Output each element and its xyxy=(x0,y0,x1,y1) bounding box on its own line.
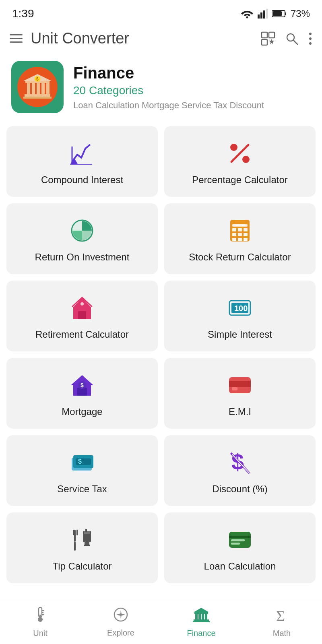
widget-icon[interactable] xyxy=(261,31,275,46)
svg-point-89 xyxy=(120,614,122,615)
svg-rect-78 xyxy=(231,539,245,541)
tip-calculator-label: Tip Calculator xyxy=(52,561,111,572)
service-tax-label: Service Tax xyxy=(57,483,107,495)
svg-rect-42 xyxy=(244,233,248,236)
finance-header: $ Finance 20 Categories Loan Calculation… xyxy=(0,53,322,123)
compound-interest-item[interactable]: Compound Interest xyxy=(6,126,158,197)
status-bar: 1:39 73% xyxy=(0,0,322,24)
svg-rect-93 xyxy=(198,614,201,619)
svg-point-31 xyxy=(230,144,237,151)
svg-rect-70 xyxy=(74,542,76,551)
mortgage-icon: $ xyxy=(70,372,94,398)
tip-calculator-icon xyxy=(71,527,93,553)
svg-point-32 xyxy=(242,156,250,163)
signal-icon xyxy=(258,9,268,19)
svg-rect-21 xyxy=(37,83,40,94)
svg-line-13 xyxy=(293,40,297,44)
svg-rect-24 xyxy=(25,94,50,97)
nav-finance[interactable]: Finance xyxy=(161,607,242,638)
svg-rect-91 xyxy=(194,612,208,614)
hamburger-button[interactable] xyxy=(10,34,23,43)
sigma-icon: Σ xyxy=(275,607,289,626)
simple-interest-label: Simple Interest xyxy=(208,329,272,340)
svg-point-0 xyxy=(246,17,248,19)
nav-explore[interactable]: Explore xyxy=(80,607,161,638)
finance-logo-inner: $ xyxy=(17,67,58,107)
svg-rect-97 xyxy=(193,621,210,622)
stock-return-label: Stock Return Calculator xyxy=(189,252,291,263)
mortgage-item[interactable]: $ Mortgage xyxy=(6,358,158,429)
finance-title: Finance xyxy=(73,64,311,82)
loan-calculation-label: Loan Calculation xyxy=(204,561,276,572)
svg-point-15 xyxy=(309,37,312,40)
tip-calculator-item[interactable]: Tip Calculator xyxy=(6,512,158,583)
svg-text:$: $ xyxy=(80,382,84,388)
svg-text:$: $ xyxy=(36,77,39,81)
svg-rect-19 xyxy=(27,83,30,94)
svg-text:100: 100 xyxy=(234,304,248,313)
finance-tags: Loan Calculation Mortgage Service Tax Di… xyxy=(73,99,311,112)
svg-rect-38 xyxy=(238,228,242,231)
svg-rect-22 xyxy=(41,83,45,94)
svg-rect-25 xyxy=(23,97,52,99)
more-options-icon[interactable] xyxy=(308,32,312,45)
retirement-calculator-item[interactable]: Retirement Calculator xyxy=(6,281,158,351)
svg-rect-85 xyxy=(39,615,41,620)
emi-icon xyxy=(228,372,252,398)
svg-rect-96 xyxy=(194,619,209,621)
svg-rect-58 xyxy=(229,381,251,387)
mortgage-label: Mortgage xyxy=(62,406,102,417)
svg-rect-7 xyxy=(273,11,282,16)
svg-rect-3 xyxy=(263,10,265,19)
svg-point-16 xyxy=(309,42,312,45)
retirement-label: Retirement Calculator xyxy=(35,329,129,340)
search-icon[interactable] xyxy=(285,32,299,45)
app-bar-title: Unit Converter xyxy=(31,30,253,47)
status-icons: 73% xyxy=(241,8,310,19)
battery-icon xyxy=(272,10,287,18)
svg-rect-47 xyxy=(78,311,86,319)
nav-math[interactable]: Σ Math xyxy=(242,607,322,638)
svg-rect-95 xyxy=(205,614,207,619)
svg-rect-9 xyxy=(269,32,275,38)
nav-finance-label: Finance xyxy=(187,629,215,638)
service-tax-item[interactable]: $ Service Tax xyxy=(6,435,158,506)
percentage-calculator-item[interactable]: Percentage Calculator xyxy=(164,126,316,197)
svg-rect-40 xyxy=(232,233,236,236)
app-bar-action-icons xyxy=(261,31,312,46)
return-on-investment-item[interactable]: Return On Investment xyxy=(6,203,158,274)
svg-rect-4 xyxy=(266,9,268,19)
discount-icon: $ xyxy=(229,450,251,475)
svg-rect-67 xyxy=(74,530,76,542)
retirement-icon xyxy=(71,295,93,321)
emi-label: E.M.I xyxy=(229,406,251,417)
loan-calculation-item[interactable]: Loan Calculation xyxy=(164,512,316,583)
svg-rect-73 xyxy=(85,542,89,545)
svg-rect-75 xyxy=(85,529,87,532)
svg-rect-6 xyxy=(285,12,286,15)
svg-rect-92 xyxy=(195,614,198,619)
thermometer-icon xyxy=(33,607,47,626)
svg-point-49 xyxy=(80,302,84,305)
svg-rect-79 xyxy=(231,543,240,545)
nav-unit-converter[interactable]: Unit xyxy=(0,607,80,638)
svg-rect-41 xyxy=(238,233,242,236)
svg-marker-28 xyxy=(70,158,78,165)
svg-rect-1 xyxy=(258,14,260,19)
emi-item[interactable]: E.M.I xyxy=(164,358,316,429)
compound-interest-icon xyxy=(70,140,94,166)
svg-rect-43 xyxy=(232,238,236,241)
svg-rect-77 xyxy=(229,536,251,538)
nav-unit-converter-label: Unit xyxy=(33,629,47,638)
discount-label: Discount (%) xyxy=(212,483,267,495)
svg-rect-68 xyxy=(73,530,74,535)
svg-rect-69 xyxy=(76,530,78,535)
battery-percentage: 73% xyxy=(291,8,310,19)
svg-rect-45 xyxy=(244,238,248,241)
discount-item[interactable]: $ Discount (%) xyxy=(164,435,316,506)
svg-rect-39 xyxy=(244,228,248,231)
svg-rect-36 xyxy=(232,224,248,227)
stock-return-calculator-item[interactable]: Stock Return Calculator xyxy=(164,203,316,274)
simple-interest-item[interactable]: 100 Simple Interest xyxy=(164,281,316,351)
finance-logo: $ xyxy=(11,61,64,113)
